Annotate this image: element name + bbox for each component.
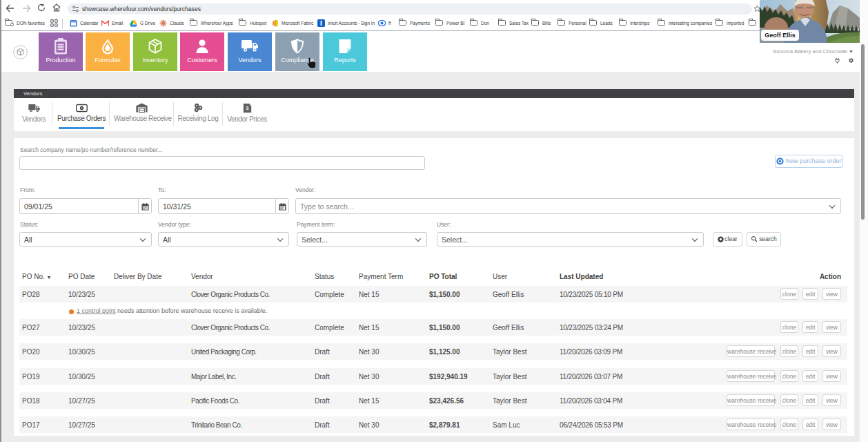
svg-text:$: $: [246, 105, 248, 111]
